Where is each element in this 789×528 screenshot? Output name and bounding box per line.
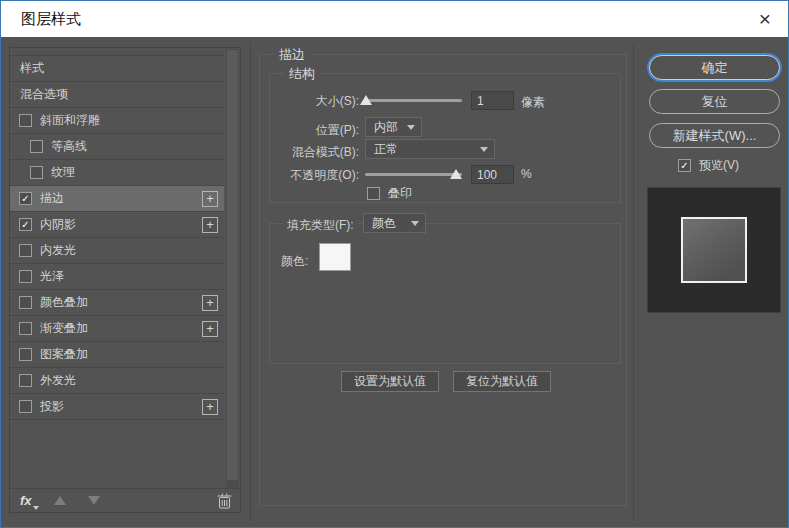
opacity-unit: % xyxy=(521,167,532,181)
divider-sidebar-main xyxy=(250,43,251,521)
sidebar-item-blending-options[interactable]: 混合选项 xyxy=(10,82,224,108)
drop-shadow-add-icon[interactable]: + xyxy=(202,399,218,415)
move-down-icon[interactable] xyxy=(88,496,100,505)
sidebar-scrollbar[interactable] xyxy=(226,49,239,488)
position-dropdown[interactable]: 内部 xyxy=(365,117,422,137)
bevel-emboss-checkbox[interactable]: ✓ xyxy=(19,114,32,127)
set-default-button[interactable]: 设置为默认值 xyxy=(341,371,439,392)
fx-dropdown-icon xyxy=(33,506,39,510)
contour-checkbox[interactable]: ✓ xyxy=(30,140,43,153)
structure-legend: 结构 xyxy=(284,65,320,83)
fill-type-label: 填充类型(F): xyxy=(283,217,358,234)
reset-default-button[interactable]: 复位为默认值 xyxy=(453,371,551,392)
overprint-label: 叠印 xyxy=(388,185,412,202)
trash-icon xyxy=(217,493,232,509)
sidebar-item-gradient-overlay[interactable]: ✓ 渐变叠加 + xyxy=(10,316,224,342)
size-label: 大小(S): xyxy=(267,93,359,110)
preview-label: 预览(V) xyxy=(699,157,739,174)
inner-shadow-add-icon[interactable]: + xyxy=(202,217,218,233)
satin-checkbox[interactable]: ✓ xyxy=(19,270,32,283)
chevron-down-icon xyxy=(480,147,488,152)
stroke-checkbox[interactable]: ✓ xyxy=(19,192,32,205)
style-preview-thumbnail xyxy=(647,187,781,313)
drop-shadow-checkbox[interactable]: ✓ xyxy=(19,400,32,413)
chevron-down-icon xyxy=(407,125,415,130)
preview-checkbox[interactable]: ✓ xyxy=(678,159,691,172)
sidebar-item-drop-shadow[interactable]: ✓ 投影 + xyxy=(10,394,224,420)
sidebar-item-satin[interactable]: ✓ 光泽 xyxy=(10,264,224,290)
opacity-slider-thumb[interactable] xyxy=(450,169,462,179)
outer-glow-checkbox[interactable]: ✓ xyxy=(19,374,32,387)
pattern-overlay-checkbox[interactable]: ✓ xyxy=(19,348,32,361)
sidebar-item-stroke[interactable]: ✓ 描边 + xyxy=(10,186,224,212)
move-up-icon[interactable] xyxy=(54,496,66,505)
layer-style-dialog: 图层样式 × 样式 混合选项 ✓ 斜面和浮雕 ✓ 等高线 xyxy=(0,0,789,528)
stroke-panel-title: 描边 xyxy=(274,46,310,64)
sidebar-item-pattern-overlay[interactable]: ✓ 图案叠加 xyxy=(10,342,224,368)
color-overlay-add-icon[interactable]: + xyxy=(202,295,218,311)
color-overlay-checkbox[interactable]: ✓ xyxy=(19,296,32,309)
gradient-overlay-checkbox[interactable]: ✓ xyxy=(19,322,32,335)
opacity-slider[interactable] xyxy=(365,173,462,176)
styles-list: 样式 混合选项 ✓ 斜面和浮雕 ✓ 等高线 ✓ 纹理 ✓ xyxy=(10,55,224,420)
stroke-add-icon[interactable]: + xyxy=(202,191,218,207)
divider-main-actions xyxy=(633,43,634,521)
gradient-overlay-add-icon[interactable]: + xyxy=(202,321,218,337)
sidebar-item-outer-glow[interactable]: ✓ 外发光 xyxy=(10,368,224,394)
preview-stroke-sample xyxy=(681,217,747,283)
opacity-input[interactable]: 100 xyxy=(471,165,514,184)
styles-sidebar: 样式 混合选项 ✓ 斜面和浮雕 ✓ 等高线 ✓ 纹理 ✓ xyxy=(9,47,241,513)
sidebar-item-styles[interactable]: 样式 xyxy=(10,56,224,82)
stroke-color-swatch[interactable] xyxy=(319,243,351,271)
close-icon[interactable]: × xyxy=(742,1,788,36)
opacity-label: 不透明度(O): xyxy=(259,167,359,184)
size-input[interactable]: 1 xyxy=(471,91,514,110)
color-label: 颜色: xyxy=(281,253,308,270)
dialog-content: 样式 混合选项 ✓ 斜面和浮雕 ✓ 等高线 ✓ 纹理 ✓ xyxy=(1,37,788,527)
blend-mode-dropdown[interactable]: 正常 xyxy=(365,139,495,159)
texture-checkbox[interactable]: ✓ xyxy=(30,166,43,179)
blend-mode-label: 混合模式(B): xyxy=(259,144,359,161)
ok-button[interactable]: 确定 xyxy=(649,55,780,80)
delete-effect-button[interactable] xyxy=(217,493,232,509)
sidebar-item-inner-shadow[interactable]: ✓ 内阴影 + xyxy=(10,212,224,238)
fx-menu-button[interactable]: fx xyxy=(20,493,32,508)
size-slider[interactable] xyxy=(365,99,462,102)
sidebar-footer: fx xyxy=(10,488,240,512)
chevron-down-icon xyxy=(411,221,419,226)
inner-shadow-checkbox[interactable]: ✓ xyxy=(19,218,32,231)
sidebar-item-color-overlay[interactable]: ✓ 颜色叠加 + xyxy=(10,290,224,316)
inner-glow-checkbox[interactable]: ✓ xyxy=(19,244,32,257)
size-unit: 像素 xyxy=(521,94,545,111)
dialog-title: 图层样式 xyxy=(1,10,81,29)
fill-type-dropdown[interactable]: 颜色 xyxy=(363,213,426,233)
titlebar: 图层样式 × xyxy=(1,1,788,37)
sidebar-item-bevel-emboss[interactable]: ✓ 斜面和浮雕 xyxy=(10,108,224,134)
sidebar-item-inner-glow[interactable]: ✓ 内发光 xyxy=(10,238,224,264)
new-style-button[interactable]: 新建样式(W)... xyxy=(649,123,780,148)
scrollbar-thumb[interactable] xyxy=(227,50,238,480)
preview-row: ✓ 预览(V) xyxy=(678,157,739,174)
overprint-checkbox[interactable]: ✓ xyxy=(367,187,380,200)
position-label: 位置(P): xyxy=(267,122,359,139)
overprint-row: ✓ 叠印 xyxy=(367,185,412,202)
sidebar-item-texture[interactable]: ✓ 纹理 xyxy=(10,160,224,186)
sidebar-item-contour[interactable]: ✓ 等高线 xyxy=(10,134,224,160)
reset-button[interactable]: 复位 xyxy=(649,89,780,114)
size-slider-thumb[interactable] xyxy=(360,95,372,105)
